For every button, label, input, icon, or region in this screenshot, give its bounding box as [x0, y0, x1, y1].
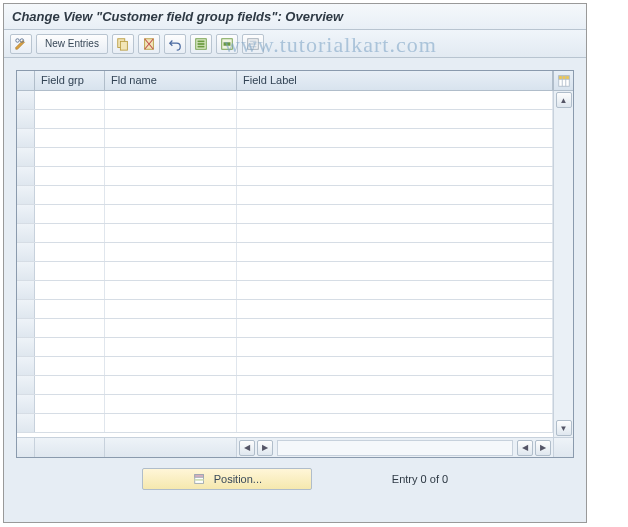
table-row[interactable] [17, 205, 553, 224]
cell-field-label[interactable] [237, 319, 553, 337]
cell-field-grp[interactable] [35, 91, 105, 109]
row-marker[interactable] [17, 414, 35, 432]
cell-field-label[interactable] [237, 110, 553, 128]
cell-field-label[interactable] [237, 281, 553, 299]
cell-fld-name[interactable] [105, 414, 237, 432]
row-marker[interactable] [17, 243, 35, 261]
cell-fld-name[interactable] [105, 243, 237, 261]
cell-fld-name[interactable] [105, 300, 237, 318]
table-row[interactable] [17, 148, 553, 167]
hscroll-right-button[interactable]: ▶ [257, 440, 273, 456]
cell-field-grp[interactable] [35, 129, 105, 147]
scroll-up-button[interactable]: ▲ [556, 92, 572, 108]
cell-fld-name[interactable] [105, 110, 237, 128]
cell-field-label[interactable] [237, 167, 553, 185]
table-row[interactable] [17, 262, 553, 281]
scroll-down-button[interactable]: ▼ [556, 420, 572, 436]
delete-button[interactable] [138, 34, 160, 54]
cell-field-grp[interactable] [35, 281, 105, 299]
cell-field-label[interactable] [237, 262, 553, 280]
table-row[interactable] [17, 319, 553, 338]
table-row[interactable] [17, 300, 553, 319]
cell-fld-name[interactable] [105, 224, 237, 242]
new-entries-button[interactable]: New Entries [36, 34, 108, 54]
cell-field-grp[interactable] [35, 338, 105, 356]
row-marker-header[interactable] [17, 71, 35, 90]
cell-fld-name[interactable] [105, 376, 237, 394]
row-marker[interactable] [17, 376, 35, 394]
table-row[interactable] [17, 186, 553, 205]
cell-field-label[interactable] [237, 243, 553, 261]
cell-field-grp[interactable] [35, 205, 105, 223]
table-row[interactable] [17, 167, 553, 186]
row-marker[interactable] [17, 167, 35, 185]
cell-field-grp[interactable] [35, 319, 105, 337]
hscroll-left-button[interactable]: ◀ [239, 440, 255, 456]
cell-field-grp[interactable] [35, 186, 105, 204]
grid-settings-button[interactable] [553, 71, 573, 90]
cell-field-grp[interactable] [35, 110, 105, 128]
cell-fld-name[interactable] [105, 91, 237, 109]
cell-field-label[interactable] [237, 129, 553, 147]
cell-field-label[interactable] [237, 395, 553, 413]
cell-fld-name[interactable] [105, 395, 237, 413]
cell-field-label[interactable] [237, 338, 553, 356]
cell-field-grp[interactable] [35, 167, 105, 185]
cell-field-label[interactable] [237, 186, 553, 204]
select-all-button[interactable] [190, 34, 212, 54]
row-marker[interactable] [17, 148, 35, 166]
cell-field-grp[interactable] [35, 262, 105, 280]
deselect-all-button[interactable] [242, 34, 264, 54]
column-header-field-label[interactable]: Field Label [237, 71, 553, 90]
copy-as-button[interactable] [112, 34, 134, 54]
table-row[interactable] [17, 395, 553, 414]
cell-fld-name[interactable] [105, 205, 237, 223]
cell-field-grp[interactable] [35, 357, 105, 375]
cell-field-label[interactable] [237, 224, 553, 242]
undo-button[interactable] [164, 34, 186, 54]
cell-fld-name[interactable] [105, 186, 237, 204]
row-marker[interactable] [17, 186, 35, 204]
cell-field-grp[interactable] [35, 376, 105, 394]
cell-field-label[interactable] [237, 205, 553, 223]
table-row[interactable] [17, 414, 553, 433]
table-row[interactable] [17, 224, 553, 243]
table-row[interactable] [17, 129, 553, 148]
cell-field-label[interactable] [237, 376, 553, 394]
hscroll-right-button-2[interactable]: ▶ [535, 440, 551, 456]
cell-fld-name[interactable] [105, 129, 237, 147]
cell-fld-name[interactable] [105, 262, 237, 280]
cell-fld-name[interactable] [105, 338, 237, 356]
vertical-scrollbar[interactable]: ▲ ▼ [553, 91, 573, 437]
row-marker[interactable] [17, 129, 35, 147]
cell-fld-name[interactable] [105, 357, 237, 375]
row-marker[interactable] [17, 110, 35, 128]
cell-field-grp[interactable] [35, 148, 105, 166]
select-block-button[interactable] [216, 34, 238, 54]
hscroll-left-button-2[interactable]: ◀ [517, 440, 533, 456]
cell-field-label[interactable] [237, 300, 553, 318]
table-row[interactable] [17, 110, 553, 129]
table-row[interactable] [17, 376, 553, 395]
cell-field-grp[interactable] [35, 224, 105, 242]
row-marker[interactable] [17, 338, 35, 356]
cell-field-label[interactable] [237, 148, 553, 166]
row-marker[interactable] [17, 262, 35, 280]
hscroll-track[interactable] [277, 440, 513, 456]
row-marker[interactable] [17, 300, 35, 318]
table-row[interactable] [17, 91, 553, 110]
cell-field-grp[interactable] [35, 243, 105, 261]
column-header-fld-name[interactable]: Fld name [105, 71, 237, 90]
table-row[interactable] [17, 338, 553, 357]
row-marker[interactable] [17, 357, 35, 375]
row-marker[interactable] [17, 224, 35, 242]
row-marker[interactable] [17, 319, 35, 337]
row-marker[interactable] [17, 91, 35, 109]
column-header-field-grp[interactable]: Field grp [35, 71, 105, 90]
row-marker[interactable] [17, 395, 35, 413]
cell-field-grp[interactable] [35, 414, 105, 432]
cell-field-label[interactable] [237, 91, 553, 109]
cell-fld-name[interactable] [105, 167, 237, 185]
cell-field-grp[interactable] [35, 300, 105, 318]
table-row[interactable] [17, 243, 553, 262]
